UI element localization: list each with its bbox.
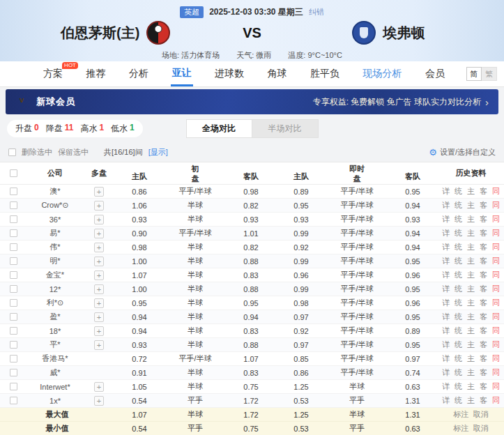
history-link-3[interactable]: 主 — [467, 353, 475, 364]
history-link-5[interactable]: 同 — [492, 284, 500, 294]
history-link-5[interactable]: 同 — [492, 270, 500, 280]
history-link-1[interactable]: 详 — [442, 242, 450, 252]
row-checkbox[interactable] — [10, 285, 17, 293]
history-link-1[interactable]: 详 — [442, 256, 450, 266]
history-link-4[interactable]: 客 — [480, 200, 487, 211]
history-link-3[interactable]: 主 — [467, 312, 475, 322]
half-match-toggle[interactable]: 半场对比 — [252, 119, 319, 138]
expand-plus-button[interactable]: + — [94, 298, 104, 308]
history-link-2[interactable]: 统 — [455, 284, 462, 294]
history-link-4[interactable]: 客 — [480, 228, 487, 238]
history-link-5[interactable]: 同 — [492, 256, 500, 266]
history-link-2[interactable]: 统 — [455, 326, 462, 336]
history-link-3[interactable]: 主 — [467, 200, 475, 211]
history-link-2[interactable]: 统 — [455, 367, 462, 378]
history-link-2[interactable]: 统 — [455, 312, 462, 322]
vip-benefits[interactable]: 专享权益: 免费解锁 免广告 球队实力对比分析 › — [313, 96, 489, 108]
history-link-4[interactable]: 客 — [480, 186, 487, 197]
nav-tab-9[interactable]: 会员 — [424, 61, 446, 86]
history-link-1[interactable]: 详 — [442, 284, 450, 294]
row-checkbox[interactable] — [10, 243, 17, 251]
row-checkbox[interactable] — [10, 201, 17, 209]
history-link-5[interactable]: 同 — [492, 228, 500, 238]
nav-tab-5[interactable]: 进球数 — [213, 61, 245, 86]
history-link-2[interactable]: 统 — [455, 256, 462, 266]
history-link-3[interactable]: 主 — [467, 326, 475, 336]
nav-tab-7[interactable]: 胜平负 — [309, 61, 341, 86]
lang-traditional-button[interactable]: 繁 — [482, 67, 497, 81]
history-link-1[interactable]: 详 — [442, 298, 450, 308]
row-checkbox[interactable] — [10, 271, 17, 279]
row-checkbox[interactable] — [10, 383, 17, 390]
show-link[interactable]: [显示] — [148, 147, 168, 158]
history-link-2[interactable]: 统 — [455, 353, 462, 364]
history-link-5[interactable]: 同 — [492, 367, 500, 378]
history-link-5[interactable]: 同 — [492, 395, 500, 406]
expand-plus-button[interactable]: + — [94, 396, 104, 406]
history-link-1[interactable]: 详 — [442, 312, 450, 322]
history-link-3[interactable]: 主 — [467, 186, 475, 197]
history-link-1[interactable]: 详 — [442, 367, 450, 378]
history-link-2[interactable]: 统 — [455, 298, 462, 308]
history-link-3[interactable]: 主 — [467, 256, 475, 266]
delete-selected-button[interactable]: 删除选中 — [22, 147, 52, 158]
summary-link-1[interactable]: 标注 — [454, 409, 469, 420]
expand-plus-button[interactable]: + — [94, 326, 104, 336]
history-link-1[interactable]: 详 — [442, 186, 450, 197]
history-link-1[interactable]: 详 — [442, 353, 450, 364]
history-link-5[interactable]: 同 — [492, 353, 500, 364]
history-link-2[interactable]: 统 — [455, 381, 462, 392]
history-link-4[interactable]: 客 — [480, 353, 487, 364]
history-link-3[interactable]: 主 — [467, 339, 475, 350]
history-link-5[interactable]: 同 — [492, 312, 500, 322]
row-checkbox[interactable] — [10, 257, 17, 265]
row-checkbox[interactable] — [10, 397, 17, 404]
history-link-4[interactable]: 客 — [480, 270, 487, 280]
nav-tab-3[interactable]: 分析 — [128, 61, 150, 86]
history-link-3[interactable]: 主 — [467, 284, 475, 294]
expand-plus-button[interactable]: + — [94, 243, 104, 252]
history-link-3[interactable]: 主 — [467, 228, 475, 238]
row-checkbox[interactable] — [10, 355, 17, 362]
expand-plus-button[interactable]: + — [94, 229, 104, 238]
history-link-3[interactable]: 主 — [467, 381, 475, 392]
history-link-5[interactable]: 同 — [492, 186, 500, 197]
history-link-1[interactable]: 详 — [442, 395, 450, 406]
row-checkbox[interactable] — [10, 369, 17, 376]
history-link-4[interactable]: 客 — [480, 339, 487, 350]
history-link-4[interactable]: 客 — [480, 298, 487, 308]
nav-tab-6[interactable]: 角球 — [266, 61, 289, 86]
history-link-3[interactable]: 主 — [467, 367, 475, 378]
history-link-5[interactable]: 同 — [492, 298, 500, 308]
summary-link-1[interactable]: 标注 — [454, 423, 469, 434]
summary-link-2[interactable]: 取消 — [473, 423, 489, 434]
expand-plus-button[interactable]: + — [94, 382, 104, 392]
expand-plus-button[interactable]: + — [94, 201, 104, 211]
history-link-1[interactable]: 详 — [442, 326, 450, 336]
history-link-2[interactable]: 统 — [455, 200, 462, 211]
history-link-2[interactable]: 统 — [455, 228, 462, 238]
expand-plus-button[interactable]: + — [94, 270, 104, 280]
history-link-3[interactable]: 主 — [467, 214, 475, 224]
history-link-4[interactable]: 客 — [480, 214, 487, 224]
history-link-1[interactable]: 详 — [442, 214, 450, 224]
nav-tab-8[interactable]: 现场分析 — [362, 61, 404, 86]
history-link-3[interactable]: 主 — [467, 298, 475, 308]
history-link-5[interactable]: 同 — [492, 200, 500, 211]
row-checkbox[interactable] — [10, 188, 17, 195]
history-link-1[interactable]: 详 — [442, 200, 450, 211]
history-link-4[interactable]: 客 — [480, 312, 487, 322]
league-badge[interactable]: 英超 — [180, 6, 204, 18]
history-link-3[interactable]: 主 — [467, 242, 475, 252]
row-checkbox[interactable] — [10, 341, 17, 349]
history-link-5[interactable]: 同 — [492, 326, 500, 336]
history-link-2[interactable]: 统 — [455, 242, 462, 252]
settings-button[interactable]: ⚙ 设置/选择自定义 — [429, 147, 496, 158]
history-link-1[interactable]: 详 — [442, 228, 450, 238]
history-link-3[interactable]: 主 — [467, 395, 475, 406]
history-link-2[interactable]: 统 — [455, 186, 462, 197]
row-checkbox[interactable] — [10, 313, 17, 321]
full-match-toggle[interactable]: 全场对比 — [186, 119, 252, 138]
expand-plus-button[interactable]: + — [94, 312, 104, 322]
history-link-1[interactable]: 详 — [442, 339, 450, 350]
